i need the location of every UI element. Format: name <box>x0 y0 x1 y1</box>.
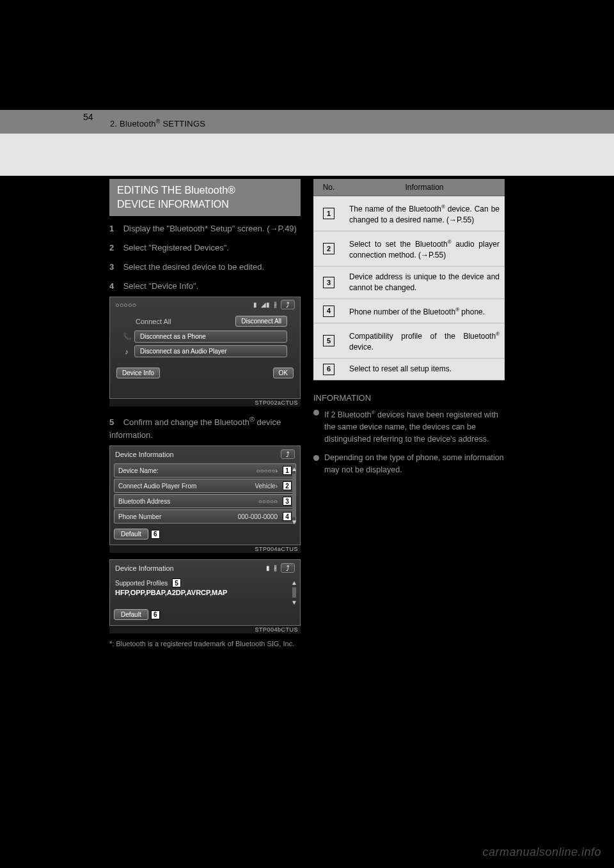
table-cell-info: Select to set the Bluetooth® audio playe… <box>344 231 505 267</box>
header-pale-band <box>0 134 614 176</box>
bullet-text: If 2 Bluetooth® devices have been regist… <box>324 407 505 446</box>
table-cell-info: Compatibility profile of the Bluetooth® … <box>344 323 505 359</box>
device-info-row: Phone Number000-000-00004 <box>114 509 296 523</box>
left-column: EDITING THE Bluetooth® DEVICE INFORMATIO… <box>109 179 301 647</box>
step-5-text: Confirm and change the Bluetooth® device… <box>109 417 281 440</box>
shot2-caption: STP004aCTUS <box>109 545 301 553</box>
bullet-text: Depending on the type of phone, some inf… <box>324 452 505 476</box>
watermark: carmanualsonline.info <box>482 846 601 859</box>
table-cell-no: 1 <box>313 196 344 231</box>
disconnect-audio-button[interactable]: Disconnect as an Audio Player <box>134 345 287 357</box>
status-icons-3: ▮ ∦ ⤴ <box>266 563 295 573</box>
scroll-track-2 <box>292 587 296 598</box>
device-info-row: Bluetooth Address○○○○○3 <box>114 494 296 508</box>
callout-2: 2 <box>283 481 292 490</box>
step-5: 5 Confirm and change the Bluetooth® devi… <box>109 413 301 442</box>
info-bullet: Depending on the type of phone, some inf… <box>313 452 505 476</box>
device-info-button[interactable]: Device Info <box>116 368 160 378</box>
battery-icon: ▮ <box>253 301 257 308</box>
step-4: 4 Select "Device Info". <box>109 280 301 293</box>
step-3-num: 3 <box>109 261 121 274</box>
device-info-row[interactable]: Connect Audio Player FromVehicle›2 <box>114 479 296 493</box>
row-value: ○○○○○› <box>256 467 278 474</box>
callout-6b: 6 <box>151 610 160 619</box>
info-table: No. Information 1The name of the Bluetoo… <box>313 179 505 380</box>
bluetooth-icon-3: ∦ <box>274 564 277 571</box>
device-info-row[interactable]: Device Name:○○○○○›1 <box>114 463 296 477</box>
scroll-indicator[interactable]: ▲ ▼ <box>291 465 297 525</box>
table-row: 2Select to set the Bluetooth® audio play… <box>313 231 505 267</box>
phone-icon: 📞 <box>123 332 130 341</box>
disconnect-phone-button[interactable]: Disconnect as a Phone <box>134 330 287 343</box>
step-5-num: 5 <box>109 416 121 429</box>
status-icons: ▮ ◢▮ ∦ ⤴ <box>253 300 295 309</box>
info-bullet: If 2 Bluetooth® devices have been regist… <box>313 407 505 446</box>
callout-4: 4 <box>283 512 292 521</box>
disconnect-all-button[interactable]: Disconnect All <box>235 316 287 327</box>
table-cell-no: 2 <box>313 231 344 267</box>
step-1-num: 1 <box>109 222 121 235</box>
row-value: 000-000-0000 <box>238 513 278 520</box>
bullet-dot-icon <box>313 455 319 461</box>
default-button[interactable]: Default <box>114 529 148 539</box>
table-cell-info: Select to reset all setup items. <box>344 359 505 380</box>
table-cell-no: 5 <box>313 323 344 359</box>
table-row: 3Device address is unique to the device … <box>313 267 505 299</box>
right-column: No. Information 1The name of the Bluetoo… <box>313 179 505 647</box>
callout-6a: 6 <box>151 530 160 539</box>
table-row: 1The name of the Bluetooth® device. Can … <box>313 196 505 231</box>
chevron-down-icon-2: ▼ <box>291 599 297 606</box>
back-button-2[interactable]: ⤴ <box>281 449 295 459</box>
section-title-line2: DEVICE INFORMATION <box>117 199 229 210</box>
bullet-dot-icon <box>313 410 319 415</box>
shot3-caption: STP004bCTUS <box>109 626 301 633</box>
shot1-title: ○○○○○ <box>115 301 136 309</box>
step-3: 3 Select the desired device to be edited… <box>109 261 301 274</box>
callout-1: 1 <box>283 466 292 475</box>
row-label: Bluetooth Address <box>118 498 258 505</box>
battery-icon-3: ▮ <box>266 564 270 571</box>
screenshot-device-info-2: Device Information ▮ ∦ ⤴ Supported Profi… <box>109 559 301 626</box>
shot2-header: Device Information <box>115 451 174 458</box>
callout-5: 5 <box>172 578 181 587</box>
signal-icon: ◢▮ <box>261 301 270 308</box>
step-1-text: Display the "Bluetooth* Setup" screen. (… <box>123 224 297 233</box>
step-1: 1 Display the "Bluetooth* Setup" screen.… <box>109 222 301 235</box>
step-3-text: Select the desired device to be edited. <box>123 262 264 272</box>
connect-all-link[interactable]: Connect All <box>136 318 171 325</box>
table-row: 5Compatibility profile of the Bluetooth®… <box>313 323 505 359</box>
information-heading: INFORMATION <box>313 393 505 403</box>
scroll-indicator-2[interactable]: ▲ ▼ <box>291 579 297 606</box>
table-row: 4Phone number of the Bluetooth® phone. <box>313 299 505 323</box>
section-title: EDITING THE Bluetooth® DEVICE INFORMATIO… <box>109 179 301 216</box>
scroll-track <box>292 474 296 517</box>
table-row: 6Select to reset all setup items. <box>313 359 505 380</box>
default-button-2[interactable]: Default <box>114 609 148 620</box>
table-head-no: No. <box>313 179 344 196</box>
table-cell-no: 4 <box>313 299 344 323</box>
step-2-num: 2 <box>109 242 121 254</box>
header-text: 2. Bluetooth® SETTINGS <box>110 119 205 128</box>
step-4-text: Select "Device Info". <box>123 281 199 291</box>
shot3-header: Device Information <box>115 564 174 572</box>
music-icon: ♪ <box>123 348 130 355</box>
table-cell-no: 6 <box>313 359 344 380</box>
row-label: Phone Number <box>118 513 238 520</box>
screenshot-connect: ○○○○○ ▮ ◢▮ ∦ ⤴ Connect All Disconnect Al… <box>109 297 301 399</box>
row-label: Device Name: <box>118 467 256 474</box>
step-4-num: 4 <box>109 280 121 293</box>
back-button-3[interactable]: ⤴ <box>281 563 295 573</box>
supported-profiles-value: HFP,OPP,PBAP,A2DP,AVRCP,MAP <box>110 589 300 605</box>
table-cell-info: The name of the Bluetooth® device. Can b… <box>344 196 505 231</box>
ok-button[interactable]: OK <box>273 368 294 378</box>
table-cell-no: 3 <box>313 267 344 299</box>
screenshot-device-info-1: Device Information ⤴ Device Name:○○○○○›1… <box>109 446 301 545</box>
table-cell-info: Phone number of the Bluetooth® phone. <box>344 299 505 323</box>
row-value: ○○○○○ <box>258 498 278 505</box>
step-2-text: Select "Registered Devices". <box>123 243 229 252</box>
chevron-up-icon-2: ▲ <box>291 579 297 586</box>
chevron-up-icon: ▲ <box>291 465 297 472</box>
back-button[interactable]: ⤴ <box>281 300 295 309</box>
shot1-caption: STP002aCTUS <box>109 399 301 407</box>
table-cell-info: Device address is unique to the device a… <box>344 267 505 299</box>
